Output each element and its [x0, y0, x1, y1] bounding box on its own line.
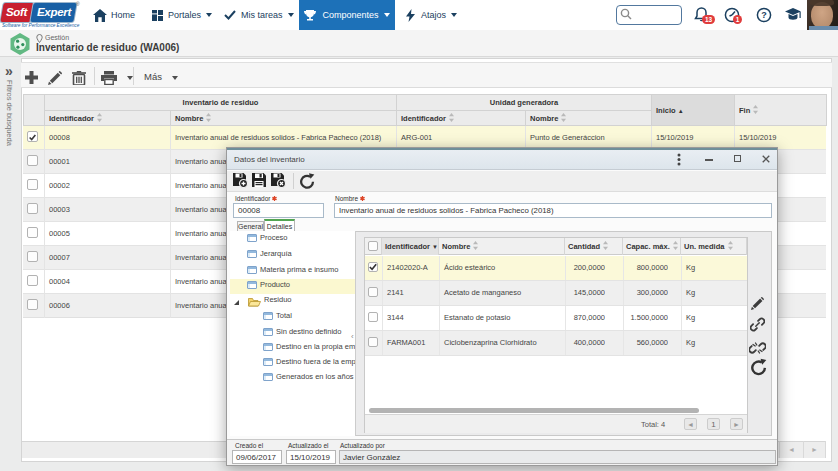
svg-text:?: ?: [761, 10, 767, 20]
